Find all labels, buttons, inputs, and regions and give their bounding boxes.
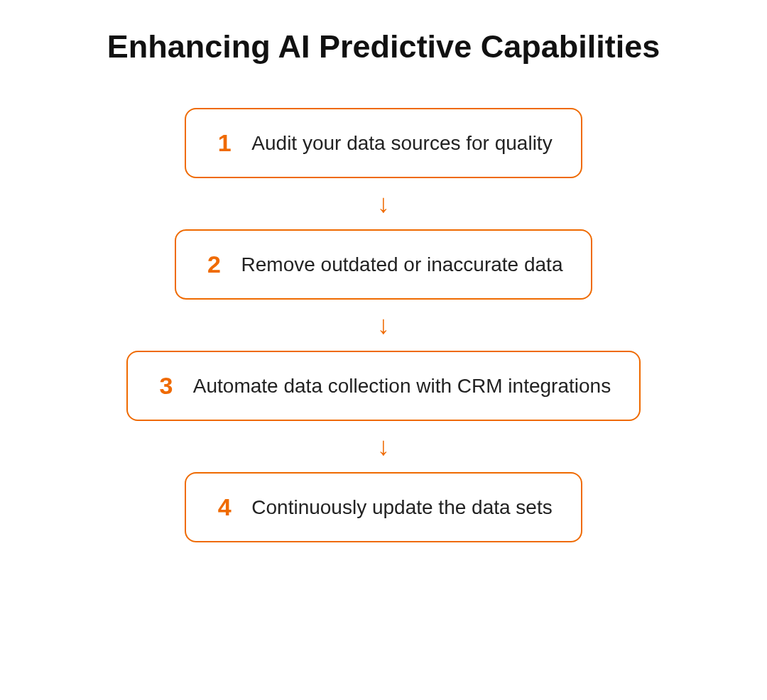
arrow-down-icon: ↓ xyxy=(377,191,390,217)
step-text: Audit your data sources for quality xyxy=(251,132,552,155)
step-text: Automate data collection with CRM integr… xyxy=(193,375,611,398)
arrow-down-icon: ↓ xyxy=(377,312,390,338)
step-number: 4 xyxy=(214,493,234,521)
step-text: Continuously update the data sets xyxy=(251,496,552,519)
diagram-title: Enhancing AI Predictive Capabilities xyxy=(107,28,660,65)
step-box: 3 Automate data collection with CRM inte… xyxy=(126,351,641,421)
arrow-down-icon: ↓ xyxy=(377,434,390,459)
step-number: 2 xyxy=(205,251,224,278)
step-text: Remove outdated or inaccurate data xyxy=(241,253,563,276)
step-box: 1 Audit your data sources for quality xyxy=(185,108,582,178)
step-box: 2 Remove outdated or inaccurate data xyxy=(175,229,593,300)
steps-container: 1 Audit your data sources for quality ↓ … xyxy=(126,108,641,542)
step-number: 3 xyxy=(156,372,176,400)
step-box: 4 Continuously update the data sets xyxy=(185,472,582,542)
step-number: 1 xyxy=(214,129,234,157)
